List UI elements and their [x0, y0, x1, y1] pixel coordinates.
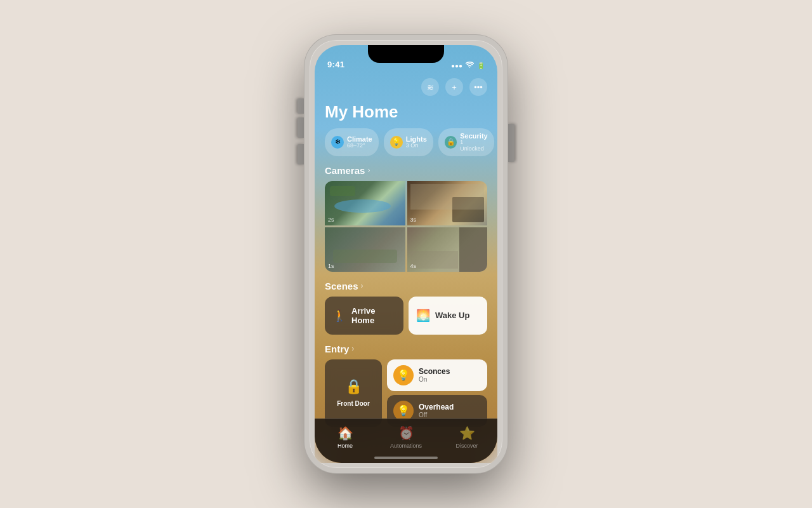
overhead-name: Overhead — [419, 403, 454, 411]
entry-chevron-icon: › — [351, 344, 354, 353]
camera-timestamp-4: 4s — [410, 263, 417, 269]
silent-switch — [298, 98, 304, 114]
automations-tab-icon: ⏰ — [398, 425, 414, 441]
status-time: 9:41 — [327, 60, 344, 69]
sconces-icon: 💡 — [397, 369, 410, 381]
phone-frame: 9:41 ●●● 🔋 ≋ — [304, 35, 508, 473]
voice-button[interactable]: ≋ — [421, 78, 439, 96]
lights-icon: 💡 — [390, 136, 403, 149]
tab-bar: 🏠 Home ⏰ Automations ⭐ Discover — [315, 418, 497, 463]
add-button[interactable]: + — [445, 78, 463, 96]
home-indicator — [374, 457, 438, 459]
wake-up-icon: 🌅 — [416, 309, 430, 323]
home-tab-label: Home — [337, 443, 353, 449]
tab-discover[interactable]: ⭐ Discover — [448, 425, 486, 449]
security-sub: 1 Unlocked — [460, 140, 488, 152]
app-header: ≋ + ••• — [315, 73, 497, 100]
discover-tab-label: Discover — [455, 443, 478, 449]
camera-timestamp-2: 3s — [410, 217, 417, 223]
arrive-home-icon: 🚶 — [332, 309, 346, 323]
wake-up-label: Wake Up — [435, 311, 469, 320]
lights-pill[interactable]: 💡 Lights 3 On — [384, 128, 433, 156]
scenes-row: 🚶 Arrive Home 🌅 Wake Up — [325, 297, 487, 335]
lights-text: Lights 3 On — [406, 135, 427, 149]
home-tab-icon: 🏠 — [337, 425, 353, 441]
volume-up-button — [298, 117, 304, 138]
camera-cell-4[interactable]: 4s — [407, 227, 488, 272]
phone-screen: 9:41 ●●● 🔋 ≋ — [315, 45, 497, 463]
arrive-home-label: Arrive Home — [351, 306, 396, 325]
lights-sub: 3 On — [406, 143, 427, 149]
phone-device: 9:41 ●●● 🔋 ≋ — [304, 35, 508, 473]
overhead-info: Overhead Off — [419, 403, 454, 418]
pool-decoration — [334, 199, 391, 213]
entry-devices: 💡 Sconces On 💡 Ove — [387, 359, 487, 427]
front-door-card[interactable]: 🔒 Front Door — [325, 359, 382, 427]
entry-row: 🔒 Front Door 💡 Sconces On — [325, 359, 487, 427]
camera-timestamp-1: 2s — [328, 217, 334, 223]
discover-tab-icon: ⭐ — [459, 425, 475, 441]
tab-automations[interactable]: ⏰ Automations — [387, 425, 425, 449]
cameras-grid: 2s 3s 1s 4s — [325, 181, 487, 272]
page-title: My Home — [315, 100, 497, 128]
security-label: Security — [460, 132, 488, 140]
waveform-icon: ≋ — [427, 83, 434, 92]
screen-content: ≋ + ••• My Home ❄ Climate — [315, 73, 497, 463]
sconces-icon-wrapper: 💡 — [393, 365, 414, 385]
cameras-title: Cameras — [325, 165, 365, 176]
camera-cell-2[interactable]: 3s — [407, 181, 488, 225]
sconces-name: Sconces — [419, 367, 450, 376]
category-pills: ❄ Climate 68–72° 💡 Lights 3 On — [315, 128, 497, 165]
more-button[interactable]: ••• — [469, 78, 487, 96]
scenes-chevron-icon: › — [361, 281, 363, 290]
climate-sub: 68–72° — [347, 143, 372, 149]
entry-section-header: Entry › — [315, 344, 497, 359]
sconces-status: On — [419, 376, 450, 383]
entry-title: Entry — [325, 344, 349, 354]
camera-timestamp-3: 1s — [328, 263, 334, 269]
automations-tab-label: Automations — [390, 443, 422, 449]
arrive-home-scene[interactable]: 🚶 Arrive Home — [325, 297, 403, 335]
sconces-info: Sconces On — [419, 367, 450, 383]
signal-icon: ●●● — [451, 62, 462, 69]
lock-icon: 🔒 — [345, 378, 362, 395]
security-pill[interactable]: 🔒 Security 1 Unlocked — [438, 128, 494, 156]
tab-home[interactable]: 🏠 Home — [326, 425, 364, 449]
cameras-chevron-icon: › — [367, 166, 370, 175]
ellipsis-icon: ••• — [474, 83, 483, 92]
front-door-label: Front Door — [337, 400, 370, 407]
plus-icon: + — [452, 83, 457, 92]
cameras-section-header: Cameras › — [315, 165, 497, 181]
wifi-icon — [466, 62, 474, 69]
climate-text: Climate 68–72° — [347, 135, 372, 149]
camera-cell-3[interactable]: 1s — [325, 227, 405, 272]
overhead-status: Off — [419, 411, 454, 418]
status-icons: ●●● 🔋 — [451, 62, 485, 69]
volume-down-button — [298, 144, 304, 164]
security-text: Security 1 Unlocked — [460, 132, 488, 152]
scenes-section-header: Scenes › — [315, 281, 497, 297]
wake-up-scene[interactable]: 🌅 Wake Up — [409, 297, 487, 335]
climate-icon: ❄ — [331, 136, 344, 149]
sconces-card[interactable]: 💡 Sconces On — [387, 359, 487, 391]
climate-pill[interactable]: ❄ Climate 68–72° — [325, 128, 379, 156]
overhead-icon: 💡 — [397, 404, 410, 417]
scenes-title: Scenes — [325, 281, 358, 291]
power-button — [508, 124, 514, 162]
battery-icon: 🔋 — [477, 62, 485, 69]
notch — [368, 45, 444, 63]
security-icon: 🔒 — [445, 136, 457, 149]
camera-cell-1[interactable]: 2s — [325, 181, 405, 225]
